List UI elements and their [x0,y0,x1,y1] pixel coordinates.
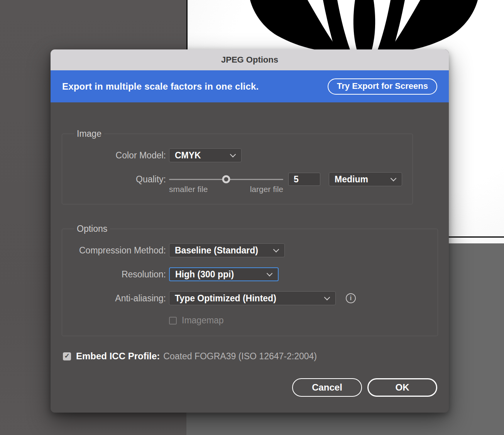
dialog-titlebar[interactable]: JPEG Options [51,49,449,70]
icc-profile-name: Coated FOGRA39 (ISO 12647-2:2004) [163,351,317,362]
quality-slider: smaller file larger file [169,172,283,186]
banner-message: Export in multiple scale factors in one … [62,81,259,92]
options-section: Options Compression Method: Baseline (St… [62,224,438,336]
dialog-body: Image Color Model: CMYK Quality: smaller [51,129,449,397]
image-section-legend: Image [74,129,104,139]
anti-aliasing-select[interactable]: Type Optimized (Hinted) [169,291,336,305]
dialog-title: JPEG Options [221,55,278,65]
embed-icc-profile-row: ✓ Embed ICC Profile: Coated FOGRA39 (ISO… [62,351,437,362]
jpeg-options-dialog: JPEG Options Export in multiple scale fa… [51,49,449,413]
embed-icc-profile-label: Embed ICC Profile: [76,351,160,362]
checkmark-icon: ✓ [64,353,69,359]
smaller-file-label: smaller file [169,185,208,194]
cancel-button[interactable]: Cancel [292,378,362,397]
compression-method-row: Compression Method: Baseline (Standard) [70,243,430,257]
chevron-down-icon [273,246,279,252]
quality-slider-sublabels: smaller file larger file [169,185,283,194]
color-model-value: CMYK [175,150,201,161]
color-model-select[interactable]: CMYK [169,148,242,162]
color-model-row: Color Model: CMYK [70,148,405,162]
quality-label: Quality: [70,174,169,185]
quality-preset-value: Medium [335,174,368,185]
resolution-select[interactable]: High (300 ppi) [169,267,279,281]
anti-aliasing-row: Anti-aliasing: Type Optimized (Hinted) i [70,291,430,305]
quality-row: Quality: smaller file larger file Medium [70,172,405,186]
larger-file-label: larger file [250,185,283,194]
chevron-down-icon [391,175,397,181]
chevron-down-icon [230,151,236,157]
ok-button[interactable]: OK [367,378,437,397]
dialog-actions: Cancel OK [62,378,437,397]
chevron-down-icon [324,294,330,300]
anti-aliasing-value: Type Optimized (Hinted) [175,293,276,304]
color-model-label: Color Model: [70,150,169,161]
info-icon[interactable]: i [346,293,356,303]
options-section-legend: Options [74,224,110,234]
chevron-down-icon [267,270,273,276]
image-section: Image Color Model: CMYK Quality: smaller [62,129,413,204]
compression-method-value: Baseline (Standard) [175,245,258,256]
quality-preset-select[interactable]: Medium [329,172,402,186]
quality-value-input[interactable] [288,173,320,186]
screen: JPEG Options Export in multiple scale fa… [0,0,504,435]
quality-slider-thumb[interactable] [222,175,230,184]
resolution-label: Resolution: [70,269,169,280]
resolution-value: High (300 ppi) [175,269,234,280]
export-promo-banner: Export in multiple scale factors in one … [51,70,449,102]
imagemap-label: Imagemap [182,315,224,326]
resolution-row: Resolution: High (300 ppi) [70,267,430,281]
embed-icc-profile-checkbox[interactable]: ✓ [63,352,71,360]
try-export-for-screens-button[interactable]: Try Export for Screens [328,78,437,95]
imagemap-row: Imagemap [70,315,430,326]
imagemap-checkbox [169,317,177,325]
anti-aliasing-label: Anti-aliasing: [70,293,169,304]
compression-method-select[interactable]: Baseline (Standard) [169,243,285,257]
compression-method-label: Compression Method: [70,245,169,256]
